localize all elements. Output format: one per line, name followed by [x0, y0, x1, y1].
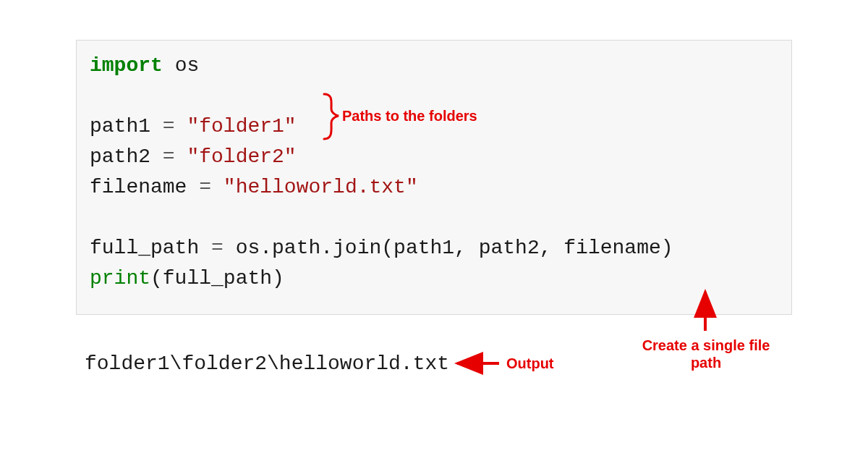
output-text: folder1\folder2\helloworld.txt [85, 352, 449, 375]
code-block: import os path1 = "folder1" path2 = "fol… [76, 40, 792, 315]
print-arg: (full_path) [150, 267, 284, 290]
op-eq: = [163, 115, 175, 138]
str-folder2: "folder2" [175, 145, 297, 168]
annotation-create: Create a single file path [623, 337, 789, 371]
keyword-import: import [90, 54, 163, 77]
code-line-blank2 [90, 203, 778, 233]
annotation-output: Output [506, 355, 554, 372]
op-eq: = [211, 237, 224, 259]
fn-print: print [90, 267, 150, 290]
annotation-create-line2: path [691, 355, 721, 371]
code-line-4: path2 = "folder2" [90, 142, 778, 172]
str-helloworld: "helloworld.txt" [211, 176, 418, 198]
lhs-filename: filename [90, 176, 199, 198]
code-line-1: import os [90, 51, 778, 81]
code-line-5: filename = "helloworld.txt" [90, 172, 778, 203]
str-folder1: "folder1" [175, 115, 297, 138]
lhs-path2: path2 [90, 145, 163, 168]
op-eq: = [163, 145, 175, 168]
lhs-fullpath: full_path [90, 237, 211, 259]
rhs-join: os.path.join(path1, path2, filename) [224, 237, 673, 259]
annotation-create-line1: Create a single file [642, 337, 770, 353]
module-os: os [163, 54, 199, 77]
code-line-8: print(full_path) [90, 263, 778, 294]
lhs-path1: path1 [90, 115, 163, 138]
op-eq: = [199, 176, 211, 198]
code-line-7: full_path = os.path.join(path1, path2, f… [90, 233, 778, 263]
annotation-paths: Paths to the folders [342, 107, 477, 124]
